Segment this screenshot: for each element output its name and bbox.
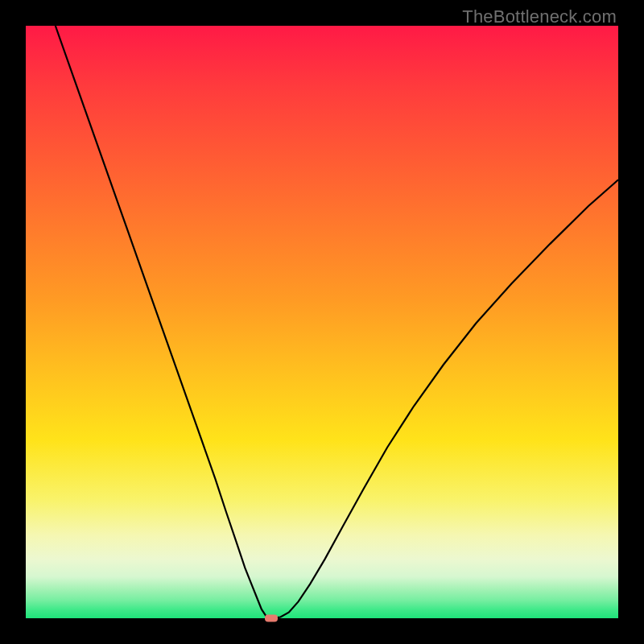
plot-area [26, 26, 618, 618]
watermark-text: TheBottleneck.com [462, 6, 617, 27]
chart-frame: TheBottleneck.com [0, 0, 644, 644]
bottleneck-curve [56, 26, 618, 618]
curve-svg [26, 26, 618, 618]
optimal-point-marker [265, 615, 278, 622]
